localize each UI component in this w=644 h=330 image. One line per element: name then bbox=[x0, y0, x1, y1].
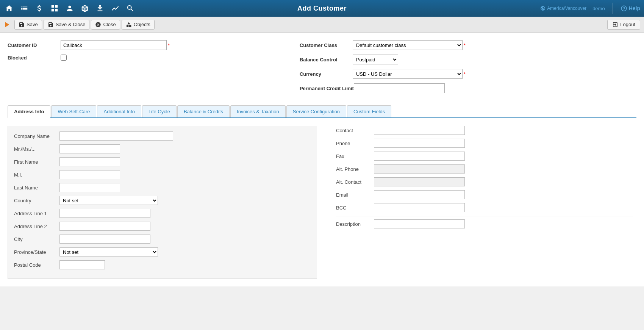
contact-input[interactable] bbox=[374, 126, 465, 135]
customer-id-input[interactable] bbox=[61, 40, 167, 50]
tab-life-cycle[interactable]: Life Cycle bbox=[142, 105, 177, 117]
city-input[interactable] bbox=[59, 235, 150, 244]
question-icon bbox=[621, 5, 627, 12]
close-button[interactable]: Close bbox=[91, 20, 120, 30]
credit-limit-label: Permanent Credit Limit bbox=[300, 86, 354, 91]
phone-label: Phone bbox=[336, 141, 374, 146]
list-icon[interactable] bbox=[19, 3, 30, 14]
credit-limit-row: Permanent Credit Limit bbox=[300, 83, 636, 93]
tab-balance-credits[interactable]: Balance & Credits bbox=[177, 105, 230, 117]
email-input[interactable] bbox=[374, 190, 465, 199]
province-state-select[interactable]: Not set bbox=[59, 247, 158, 256]
top-navbar: Add Customer America/Vancouver demo Help bbox=[0, 0, 644, 17]
first-name-row: First Name bbox=[14, 157, 311, 166]
chart-icon[interactable] bbox=[110, 3, 120, 14]
timezone-text: America/Vancouver bbox=[547, 6, 586, 11]
alt-phone-input[interactable] bbox=[374, 164, 465, 174]
help-area: Help bbox=[621, 5, 640, 12]
postal-code-label: Postal Code bbox=[14, 262, 59, 268]
alt-contact-label: Alt. Contact bbox=[336, 179, 374, 185]
contact-label: Contact bbox=[336, 128, 374, 133]
phone-input[interactable] bbox=[374, 139, 465, 148]
blocked-checkbox[interactable] bbox=[61, 55, 67, 61]
last-name-label: Last Name bbox=[14, 185, 59, 191]
first-name-input[interactable] bbox=[59, 157, 120, 166]
mi-input[interactable] bbox=[59, 170, 120, 179]
fax-input[interactable] bbox=[374, 152, 465, 161]
currency-select[interactable]: USD - US Dollar bbox=[353, 69, 463, 79]
objects-button[interactable]: Objects bbox=[122, 20, 155, 30]
first-name-label: First Name bbox=[14, 159, 59, 165]
form-left: Customer ID * Blocked bbox=[8, 40, 288, 98]
country-select[interactable]: Not set bbox=[59, 196, 158, 205]
postal-code-input[interactable] bbox=[59, 260, 105, 269]
customer-class-select[interactable]: Default customer class bbox=[353, 40, 463, 50]
currency-row: Currency USD - US Dollar * bbox=[300, 69, 636, 79]
alt-contact-input[interactable] bbox=[374, 177, 465, 186]
save-close-button[interactable]: Save & Close bbox=[44, 20, 90, 30]
form-section: Customer ID * Blocked Customer Class Def… bbox=[8, 40, 636, 98]
mr-ms-row: Mr./Ms./... bbox=[14, 144, 311, 153]
fax-row: Fax bbox=[336, 152, 633, 161]
email-row: Email bbox=[336, 190, 633, 199]
export-icon[interactable] bbox=[95, 3, 105, 14]
mi-row: M.I. bbox=[14, 170, 311, 179]
email-label: Email bbox=[336, 192, 374, 198]
logout-button[interactable]: Logout bbox=[607, 20, 640, 30]
timezone-link[interactable]: America/Vancouver bbox=[540, 6, 586, 11]
blocked-label: Blocked bbox=[8, 55, 61, 61]
postal-code-row: Postal Code bbox=[14, 260, 311, 269]
user-link[interactable]: demo bbox=[592, 6, 605, 11]
address-left-panel: Company Name Mr./Ms./... First Name M.I.… bbox=[8, 126, 317, 279]
tab-service-configuration[interactable]: Service Configuration bbox=[286, 105, 346, 117]
description-input[interactable] bbox=[374, 219, 465, 228]
country-label: Country bbox=[14, 198, 59, 203]
last-name-input[interactable] bbox=[59, 183, 120, 192]
tab-web-self-care[interactable]: Web Self-Care bbox=[51, 105, 96, 117]
customer-class-required: * bbox=[464, 42, 466, 48]
balance-control-select[interactable]: Postpaid bbox=[353, 55, 398, 64]
mi-label: M.I. bbox=[14, 172, 59, 178]
address1-row: Address Line 1 bbox=[14, 209, 311, 218]
address1-input[interactable] bbox=[59, 209, 150, 218]
save-button[interactable]: Save bbox=[14, 20, 42, 30]
contact-divider bbox=[336, 216, 633, 216]
help-label[interactable]: Help bbox=[629, 5, 640, 11]
grid-icon[interactable] bbox=[49, 3, 60, 14]
cube-icon[interactable] bbox=[80, 3, 90, 14]
main-content: Customer ID * Blocked Customer Class Def… bbox=[0, 33, 644, 286]
customer-id-label: Customer ID bbox=[8, 42, 61, 48]
customer-id-row: Customer ID * bbox=[8, 40, 288, 50]
billing-icon[interactable] bbox=[34, 3, 45, 14]
nav-separator bbox=[613, 3, 613, 14]
person-icon[interactable] bbox=[64, 3, 75, 14]
balance-control-label: Balance Control bbox=[300, 57, 353, 63]
company-name-label: Company Name bbox=[14, 133, 59, 139]
credit-limit-input[interactable] bbox=[354, 83, 445, 93]
customer-id-required: * bbox=[168, 42, 170, 48]
play-button[interactable] bbox=[4, 21, 11, 28]
home-icon[interactable] bbox=[4, 3, 14, 14]
svg-marker-0 bbox=[5, 22, 9, 27]
tab-address-info[interactable]: Address Info bbox=[8, 105, 50, 118]
tab-invoices-taxation[interactable]: Invoices & Taxation bbox=[230, 105, 286, 117]
toolbar-right: Logout bbox=[607, 20, 640, 30]
mr-ms-input[interactable] bbox=[59, 144, 120, 153]
nav-icons bbox=[4, 3, 163, 14]
search-icon[interactable] bbox=[125, 3, 136, 14]
mr-ms-label: Mr./Ms./... bbox=[14, 146, 59, 152]
city-row: City bbox=[14, 235, 311, 244]
company-name-input[interactable] bbox=[59, 131, 173, 141]
bcc-row: BCC bbox=[336, 203, 633, 212]
currency-required: * bbox=[464, 71, 466, 77]
tab-custom-fields[interactable]: Custom Fields bbox=[347, 105, 391, 117]
tabs-container: Address Info Web Self-Care Additional In… bbox=[8, 105, 636, 118]
bcc-input[interactable] bbox=[374, 203, 465, 212]
address2-input[interactable] bbox=[59, 222, 150, 231]
toolbar: Save Save & Close Close Objects Logout bbox=[0, 17, 644, 33]
description-label: Description bbox=[336, 221, 374, 227]
bcc-label: BCC bbox=[336, 205, 374, 211]
tab-additional-info[interactable]: Additional Info bbox=[97, 105, 141, 117]
description-row: Description bbox=[336, 219, 633, 228]
contact-row: Contact bbox=[336, 126, 633, 135]
